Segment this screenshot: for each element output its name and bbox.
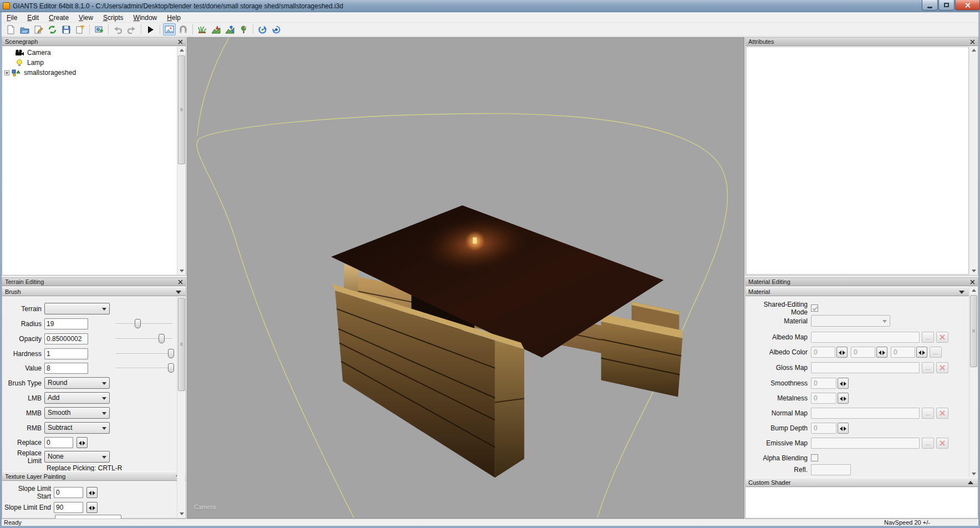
emissive-map-clear-button[interactable] — [936, 438, 948, 449]
lmb-dropdown[interactable]: Add — [44, 392, 110, 404]
albedo-color-b-spinner[interactable] — [916, 347, 927, 358]
new-file-icon[interactable] — [4, 23, 17, 35]
mmb-dropdown[interactable]: Smooth — [44, 407, 110, 419]
radius-slider-thumb[interactable] — [135, 319, 141, 328]
albedo-color-b-input[interactable]: 0 — [891, 347, 915, 358]
attributes-close-icon[interactable] — [969, 39, 976, 45]
albedo-map-input[interactable] — [811, 332, 920, 343]
opacity-slider[interactable] — [116, 333, 172, 344]
scroll-thumb[interactable] — [178, 55, 185, 164]
scenegraph-scrollbar[interactable] — [177, 47, 185, 275]
gloss-map-clear-button[interactable] — [936, 362, 948, 373]
albedo-color-g-input[interactable]: 0 — [851, 347, 875, 358]
replace-input[interactable]: 0 — [44, 437, 73, 448]
replace-limit-dropdown[interactable]: None — [44, 451, 110, 463]
material-panel-scrollbar[interactable] — [969, 287, 977, 478]
play-icon[interactable] — [144, 23, 157, 35]
emissive-map-input[interactable] — [811, 438, 920, 449]
scroll-thumb[interactable] — [970, 295, 977, 367]
replace-spinner[interactable] — [76, 437, 88, 448]
expand-plus-icon[interactable] — [4, 70, 9, 75]
scenegraph-item-camera[interactable]: Camera — [15, 48, 51, 57]
bump-depth-input[interactable]: 0 — [811, 423, 836, 434]
scroll-down-icon[interactable] — [178, 510, 185, 517]
material-editing-panel-header[interactable]: Material Editing — [746, 278, 978, 286]
terrain-dropdown[interactable] — [44, 303, 110, 314]
gloss-map-input[interactable] — [811, 362, 920, 373]
smoothness-spinner[interactable] — [838, 378, 849, 389]
albedo-color-r-input[interactable]: 0 — [811, 347, 835, 358]
slope-limit-start-input[interactable]: 0 — [54, 487, 83, 498]
radius-input[interactable]: 19 — [44, 318, 88, 329]
open-file-icon[interactable] — [18, 23, 31, 35]
reload-shaders-icon[interactable] — [270, 23, 283, 35]
scenegraph-close-icon[interactable] — [177, 39, 183, 45]
opacity-input[interactable]: 0.85000002 — [44, 333, 88, 344]
attributes-scrollbar[interactable] — [969, 47, 977, 275]
normal-map-clear-button[interactable] — [936, 408, 948, 419]
redo-icon[interactable] — [125, 23, 138, 35]
scroll-down-icon[interactable] — [178, 267, 185, 275]
value-input[interactable]: 8 — [44, 363, 88, 374]
albedo-color-picker-button[interactable]: ... — [930, 347, 942, 358]
albedo-map-clear-button[interactable] — [936, 332, 948, 343]
custom-shader-header[interactable]: Custom Shader — [746, 478, 978, 487]
scroll-thumb[interactable] — [178, 298, 185, 391]
magnet-icon[interactable] — [177, 23, 190, 35]
undo-icon[interactable] — [111, 23, 124, 35]
scroll-up-icon[interactable] — [970, 47, 977, 54]
hardness-slider[interactable] — [116, 348, 172, 359]
rmb-dropdown[interactable]: Subtract — [44, 422, 110, 434]
close-button[interactable] — [955, 0, 980, 11]
texture-layer-painting-header[interactable]: Texture Layer Painting — [2, 471, 186, 481]
terrain-editing-close-icon[interactable] — [177, 279, 183, 285]
framed-picture-icon[interactable] — [163, 23, 176, 35]
normal-map-browse-button[interactable]: ... — [922, 408, 934, 419]
terrain-grass-icon[interactable] — [196, 23, 208, 35]
brush-type-dropdown[interactable]: Round — [44, 377, 110, 389]
material-section-header[interactable]: Material — [746, 287, 969, 296]
smoothness-input[interactable]: 0 — [811, 378, 836, 389]
menu-edit[interactable]: Edit — [22, 13, 44, 22]
viewport-3d[interactable]: Camera — [187, 37, 744, 519]
normal-map-input[interactable] — [811, 408, 920, 419]
terrain-editing-panel-header[interactable]: Terrain Editing — [2, 278, 186, 286]
material-dropdown[interactable] — [811, 315, 890, 327]
hardness-slider-thumb[interactable] — [168, 349, 174, 358]
attributes-panel-header[interactable]: Attributes — [746, 38, 978, 46]
minimize-button[interactable] — [922, 0, 938, 11]
screenshot-icon[interactable] — [93, 23, 105, 35]
slope-limit-start-spinner[interactable] — [86, 487, 98, 498]
value-slider[interactable] — [116, 362, 172, 374]
emissive-map-browse-button[interactable]: ... — [922, 438, 934, 449]
scroll-down-icon[interactable] — [970, 470, 977, 478]
menu-create[interactable]: Create — [44, 13, 74, 22]
terrain-raise-icon[interactable] — [223, 23, 236, 35]
metalness-input[interactable]: 0 — [811, 393, 836, 404]
opacity-slider-thumb[interactable] — [159, 334, 165, 343]
menu-scripts[interactable]: Scripts — [98, 13, 129, 22]
scroll-down-icon[interactable] — [970, 267, 977, 275]
terrain-lower-icon[interactable] — [210, 23, 222, 35]
gloss-map-browse-button[interactable]: ... — [922, 362, 934, 373]
albedo-map-browse-button[interactable]: ... — [922, 332, 934, 343]
terrain-panel-scrollbar[interactable] — [177, 297, 185, 517]
metalness-spinner[interactable] — [838, 393, 849, 404]
menu-window[interactable]: Window — [129, 13, 162, 22]
hardness-input[interactable]: 1 — [44, 348, 88, 359]
scenegraph-item-lamp[interactable]: Lamp — [15, 58, 44, 67]
menu-file[interactable]: File — [2, 13, 22, 22]
brush-section-header[interactable]: Brush — [2, 287, 186, 296]
scroll-up-icon[interactable] — [970, 287, 977, 294]
foliage-tree-icon[interactable] — [237, 23, 250, 35]
alpha-blending-checkbox[interactable] — [811, 454, 818, 461]
scenegraph-item-smallstorageshed[interactable]: smallstorageshed — [4, 68, 76, 77]
add-file-icon[interactable] — [74, 23, 86, 35]
reload-icon[interactable] — [46, 23, 59, 35]
slope-limit-end-input[interactable]: 90 — [54, 502, 83, 513]
albedo-color-r-spinner[interactable] — [836, 347, 848, 358]
material-editing-close-icon[interactable] — [969, 279, 976, 285]
value-slider-thumb[interactable] — [168, 363, 174, 373]
reload-scripts-icon[interactable] — [256, 23, 269, 35]
shared-editing-mode-checkbox[interactable] — [811, 304, 818, 312]
